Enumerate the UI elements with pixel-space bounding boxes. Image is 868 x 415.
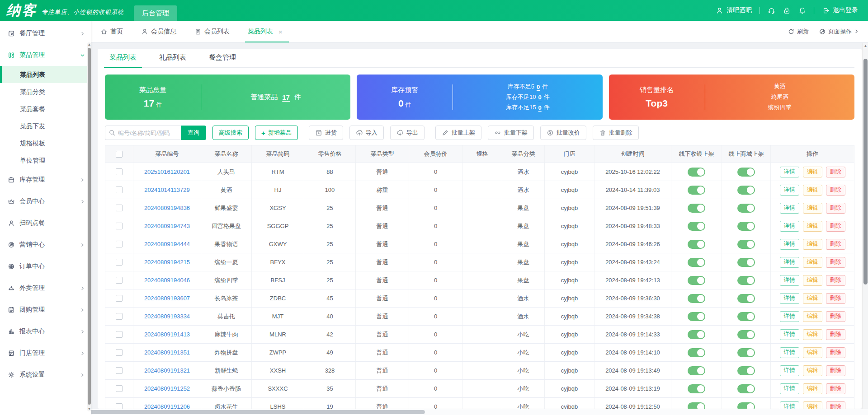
stock-line-value[interactable]: 0: [536, 94, 544, 101]
row-checkbox[interactable]: [116, 205, 123, 211]
offline-shelf-toggle[interactable]: [688, 402, 705, 409]
toolbar-button-高级搜索[interactable]: 高级搜索: [212, 126, 249, 140]
edit-button[interactable]: 编辑: [803, 239, 822, 250]
toolbar-button-批量改价[interactable]: 批量改价: [540, 126, 586, 140]
sidebar-item-库存管理[interactable]: 库存管理: [0, 169, 91, 191]
offline-shelf-toggle[interactable]: [688, 384, 705, 393]
delete-button[interactable]: 删除: [826, 257, 845, 268]
detail-button[interactable]: 详情: [780, 401, 799, 409]
offline-shelf-toggle[interactable]: [688, 276, 705, 285]
detail-button[interactable]: 详情: [780, 365, 799, 376]
dish-code-link[interactable]: 20240809194743: [133, 217, 201, 235]
detail-button[interactable]: 详情: [780, 203, 799, 214]
dish-code-link[interactable]: 20240809191206: [133, 398, 201, 409]
sidebar-item-会员中心[interactable]: 会员中心: [0, 191, 91, 212]
dish-code-link[interactable]: 20240809193607: [133, 289, 201, 307]
row-checkbox[interactable]: [116, 313, 123, 320]
close-tab-icon[interactable]: ×: [278, 28, 283, 36]
delete-button[interactable]: 删除: [826, 383, 845, 394]
sidebar-subitem-菜品列表[interactable]: 菜品列表: [0, 66, 91, 83]
search-input[interactable]: [105, 126, 181, 140]
row-checkbox[interactable]: [116, 349, 123, 356]
dish-code-link[interactable]: 20240809191321: [133, 362, 201, 379]
sidebar-scrollbar[interactable]: ▲ ▼: [87, 42, 91, 411]
main-vertical-scrollbar[interactable]: ▲: [862, 43, 868, 409]
row-checkbox[interactable]: [116, 277, 123, 284]
sidebar-item-菜品管理[interactable]: 菜品管理: [0, 44, 91, 66]
dish-code-link[interactable]: 20240809191413: [133, 326, 201, 343]
tab-礼品列表[interactable]: 礼品列表: [157, 53, 188, 67]
row-checkbox[interactable]: [116, 259, 123, 266]
edit-button[interactable]: 编辑: [803, 275, 822, 286]
dish-code-link[interactable]: 20240809193334: [133, 308, 201, 325]
edit-button[interactable]: 编辑: [803, 383, 822, 394]
dish-code-link[interactable]: 20240809191351: [133, 344, 201, 361]
horizontal-scrollbar[interactable]: [0, 409, 868, 415]
online-shelf-toggle[interactable]: [737, 168, 755, 177]
offline-shelf-toggle[interactable]: [688, 330, 705, 339]
sidebar-item-餐厅管理[interactable]: 餐厅管理: [0, 23, 91, 44]
sidebar-item-营销中心[interactable]: 营销中心: [0, 234, 91, 256]
detail-button[interactable]: 详情: [780, 221, 799, 232]
sidebar-scroll-thumb[interactable]: [88, 48, 91, 405]
dish-code-link[interactable]: 20240809194215: [133, 253, 201, 271]
sidebar-subitem-单位管理[interactable]: 单位管理: [0, 152, 91, 169]
main-scroll-thumb[interactable]: [863, 59, 868, 284]
offline-shelf-toggle[interactable]: [688, 312, 705, 321]
offline-shelf-toggle[interactable]: [688, 366, 705, 375]
delete-button[interactable]: 删除: [826, 221, 845, 232]
detail-button[interactable]: 详情: [780, 311, 799, 322]
search-button[interactable]: 查询: [181, 126, 206, 140]
sidebar-subitem-规格模板[interactable]: 规格模板: [0, 135, 91, 152]
sidebar-item-门店管理[interactable]: 门店管理: [0, 342, 91, 364]
sidebar-subitem-菜品分类[interactable]: 菜品分类: [0, 83, 91, 100]
sidebar-item-订单中心[interactable]: 订单中心: [0, 256, 91, 277]
stock-line-value[interactable]: 0: [534, 84, 542, 90]
detail-button[interactable]: 详情: [780, 329, 799, 340]
window-tab-会员列表[interactable]: 会员列表: [194, 21, 230, 42]
delete-button[interactable]: 删除: [826, 311, 845, 322]
edit-button[interactable]: 编辑: [803, 365, 822, 376]
online-shelf-toggle[interactable]: [737, 384, 755, 393]
delete-button[interactable]: 删除: [826, 167, 845, 177]
dish-code-link[interactable]: 20240809191252: [133, 380, 201, 397]
logout-button[interactable]: 退出登录: [822, 6, 858, 14]
row-checkbox[interactable]: [116, 295, 123, 302]
window-tab-会员信息[interactable]: 会员信息: [141, 21, 176, 42]
edit-button[interactable]: 编辑: [803, 347, 822, 358]
edit-button[interactable]: 编辑: [803, 221, 822, 232]
sidebar-subitem-菜品下发[interactable]: 菜品下发: [0, 117, 91, 135]
detail-button[interactable]: 详情: [780, 239, 799, 250]
sidebar-item-团购管理[interactable]: 团购管理: [0, 299, 91, 321]
scroll-up-arrow[interactable]: ▲: [87, 42, 91, 47]
offline-shelf-toggle[interactable]: [688, 186, 705, 195]
online-shelf-toggle[interactable]: [737, 204, 755, 213]
toolbar-button-批量上架[interactable]: 批量上架: [435, 126, 481, 140]
detail-button[interactable]: 详情: [780, 383, 799, 394]
toolbar-button-进货[interactable]: 进货: [309, 126, 343, 140]
offline-shelf-toggle[interactable]: [688, 240, 705, 249]
online-shelf-toggle[interactable]: [737, 366, 755, 375]
detail-button[interactable]: 详情: [780, 293, 799, 304]
edit-button[interactable]: 编辑: [803, 329, 822, 340]
offline-shelf-toggle[interactable]: [688, 222, 705, 231]
scroll-up-arrow[interactable]: ▲: [863, 44, 868, 48]
offline-shelf-toggle[interactable]: [688, 258, 705, 267]
delete-button[interactable]: 删除: [826, 365, 845, 376]
tab-菜品列表[interactable]: 菜品列表: [108, 53, 138, 67]
edit-button[interactable]: 编辑: [803, 257, 822, 268]
row-checkbox[interactable]: [116, 223, 123, 229]
online-shelf-toggle[interactable]: [737, 186, 755, 195]
online-shelf-toggle[interactable]: [737, 222, 755, 231]
delete-button[interactable]: 删除: [826, 239, 845, 250]
dish-code-link[interactable]: 20251016120201: [133, 163, 201, 181]
detail-button[interactable]: 详情: [780, 167, 799, 177]
online-shelf-toggle[interactable]: [737, 240, 755, 249]
detail-button[interactable]: 详情: [780, 185, 799, 196]
page-ops-button[interactable]: 页面操作: [819, 28, 859, 36]
select-all-checkbox[interactable]: [116, 151, 123, 158]
delete-button[interactable]: 删除: [826, 329, 845, 340]
offline-shelf-toggle[interactable]: [688, 168, 705, 177]
detail-button[interactable]: 详情: [780, 347, 799, 358]
online-shelf-toggle[interactable]: [737, 276, 755, 285]
